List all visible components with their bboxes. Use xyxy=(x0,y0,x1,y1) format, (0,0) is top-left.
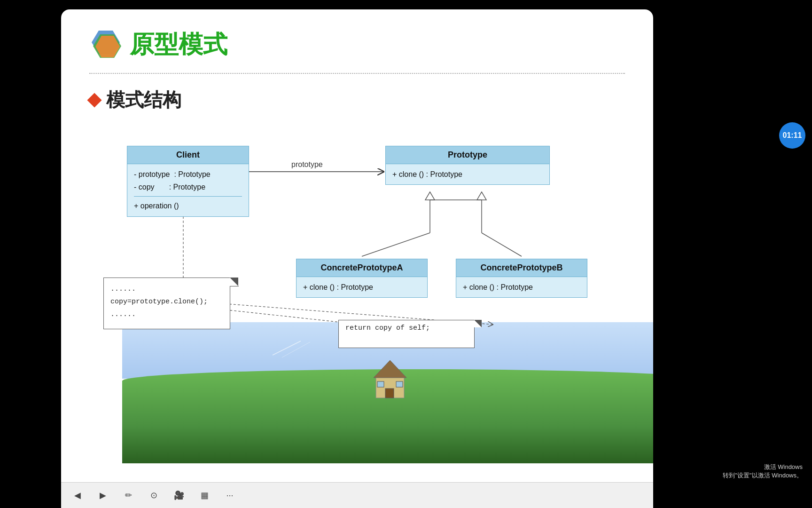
camera-button[interactable]: 🎥 xyxy=(172,488,186,502)
watermark-line2: 转到"设置"以激活 Windows。 xyxy=(723,471,803,480)
svg-marker-18 xyxy=(477,192,486,200)
concreteA-method-1: + clone () : Prototype xyxy=(303,281,421,294)
layout-button[interactable]: ▦ xyxy=(197,488,211,502)
concreteB-class-body: + clone () : Prototype xyxy=(456,277,587,297)
svg-line-17 xyxy=(482,233,522,256)
timer-badge: 01:11 xyxy=(779,122,805,149)
watermark-line1: 激活 Windows xyxy=(723,463,803,471)
concrete-prototype-a-class: ConcretePrototypeA + clone () : Prototyp… xyxy=(296,259,428,298)
timer-text: 01:11 xyxy=(783,131,802,140)
slide-container: 原型模式 模式结构 xyxy=(61,9,653,489)
code-note-corner xyxy=(230,278,239,286)
concreteB-method-1: + clone () : Prototype xyxy=(463,281,580,294)
client-class: Client - prototype : Prototype - copy : … xyxy=(127,146,249,217)
play-button[interactable]: ▶ xyxy=(96,488,110,502)
slide-content: 原型模式 模式结构 xyxy=(61,9,653,489)
select-button[interactable]: ⊙ xyxy=(147,488,161,502)
prototype-class-header: Prototype xyxy=(386,146,549,164)
client-attr-1: - prototype : Prototype xyxy=(134,168,242,181)
uml-diagram: prototype Cl xyxy=(89,118,625,362)
prototype-class: Prototype + clone () : Prototype xyxy=(385,146,550,185)
client-class-body: - prototype : Prototype - copy : Prototy… xyxy=(127,164,249,216)
logo xyxy=(89,28,122,61)
code-note: ...... copy=prototype.clone(); ...... xyxy=(103,278,230,329)
client-method-1: + operation () xyxy=(134,196,242,212)
code-note-text: ...... copy=prototype.clone(); ...... xyxy=(104,278,230,325)
toolbar: ◀ ▶ ✏ ⊙ 🎥 ▦ ··· xyxy=(61,482,653,508)
back-button[interactable]: ◀ xyxy=(70,488,85,502)
return-note: return copy of self; xyxy=(338,320,475,348)
separator-line xyxy=(89,73,625,74)
section-title: 模式结构 xyxy=(89,87,181,113)
concreteB-class-header: ConcretePrototypeB xyxy=(456,259,587,277)
pen-button[interactable]: ✏ xyxy=(121,488,135,502)
note-fold xyxy=(474,320,482,327)
client-attr-2: - copy : Prototype xyxy=(134,181,242,193)
code-line-1: ...... xyxy=(110,283,223,295)
concreteA-class-body: + clone () : Prototype xyxy=(297,277,427,297)
windows-watermark: 激活 Windows 转到"设置"以激活 Windows。 xyxy=(723,463,803,480)
svg-text:prototype: prototype xyxy=(291,160,323,168)
section-title-text: 模式结构 xyxy=(106,87,181,113)
svg-marker-15 xyxy=(425,192,435,200)
return-note-text: return copy of self; xyxy=(339,320,474,336)
prototype-class-body: + clone () : Prototype xyxy=(386,164,549,184)
more-button[interactable]: ··· xyxy=(223,488,237,502)
return-note-content: return copy of self; xyxy=(345,324,430,332)
code-line-3: ...... xyxy=(110,308,223,321)
diamond-icon xyxy=(87,93,102,107)
prototype-method-1: + clone () : Prototype xyxy=(392,168,543,181)
client-class-header: Client xyxy=(127,146,249,164)
concreteA-class-header: ConcretePrototypeA xyxy=(297,259,427,277)
svg-line-14 xyxy=(362,233,430,256)
concrete-prototype-b-class: ConcretePrototypeB + clone () : Prototyp… xyxy=(456,259,587,298)
page-title: 原型模式 xyxy=(130,28,227,61)
title-area: 原型模式 xyxy=(89,28,227,61)
code-line-2: copy=prototype.clone(); xyxy=(110,295,223,308)
